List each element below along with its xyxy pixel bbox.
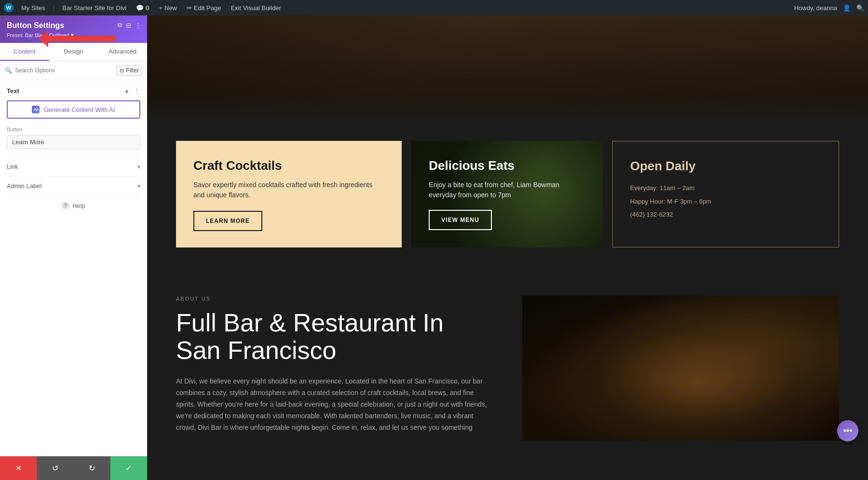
comments-link[interactable]: 💬 0 (134, 4, 151, 12)
tab-content[interactable]: Content (0, 43, 49, 61)
cocktails-card: Craft Cocktails Savor expertly mixed coc… (176, 141, 402, 247)
eats-card-content: Delicious Eats Enjoy a bite to eat from … (411, 141, 602, 247)
separator: | (53, 4, 54, 12)
website-content: Craft Cocktails Savor expertly mixed coc… (147, 15, 868, 480)
hours-line-2: Happy Hour: M-F 3pm – 6pm (630, 197, 821, 206)
about-title: Full Bar & Restaurant In San Francisco (176, 309, 493, 364)
hours-card-title: Open Daily (630, 159, 821, 174)
plus-icon: + (159, 4, 163, 12)
about-text-content: ABOUT US Full Bar & Restaurant In San Fr… (176, 296, 493, 440)
text-label: Text (7, 87, 19, 95)
admin-label-text: Admin Label (7, 182, 41, 190)
preset-label: Preset: Bar Black Outlined (7, 32, 69, 38)
save-icon: ✓ (125, 464, 132, 473)
my-sites-menu[interactable]: My Sites (19, 4, 47, 12)
help-icon: ? (62, 202, 69, 209)
admin-bar: W My Sites | Bar Starter Site for Divi 💬… (0, 0, 868, 15)
text-section-title: Text (7, 87, 19, 95)
button-text-input[interactable] (7, 135, 140, 149)
my-sites-label: My Sites (21, 4, 45, 12)
view-menu-label: VIEW MENU (441, 217, 479, 223)
bottom-action-bar: ✕ ↺ ↻ ✓ (0, 456, 147, 480)
link-section-header[interactable]: Link ▾ (7, 163, 140, 170)
new-label: New (164, 4, 177, 12)
pencil-icon: ✏ (187, 4, 192, 12)
preset-arrow-icon: ▾ (71, 32, 74, 38)
site-name-label: Bar Starter Site for Divi (62, 4, 126, 12)
cancel-icon: ✕ (15, 464, 22, 473)
admin-label-section: Admin Label ▾ (7, 176, 140, 190)
main-layout: Button Settings Preset: Bar Black Outlin… (0, 15, 868, 480)
redo-button[interactable]: ↻ (74, 456, 110, 480)
tab-design[interactable]: Design (49, 43, 98, 61)
learn-more-button[interactable]: LEARN MORE (193, 211, 262, 231)
tab-advanced[interactable]: Advanced (98, 43, 147, 61)
wp-logo-icon[interactable]: W (4, 3, 14, 13)
copy-icon[interactable]: ⧉ (118, 21, 122, 29)
link-label: Link (7, 163, 18, 170)
undo-icon: ↺ (52, 464, 58, 473)
more-icon[interactable]: ⋮ (135, 22, 141, 29)
exit-builder-label: Exit Visual Builder (231, 4, 281, 12)
hours-line-1: Everyday: 11am – 2am (630, 183, 821, 193)
eats-card: Delicious Eats Enjoy a bite to eat from … (411, 141, 602, 247)
admin-bar-right: Howdy, deanna 👤 🔍 (794, 4, 864, 12)
filter-label: Filter (126, 67, 139, 74)
link-chevron-icon: ▾ (137, 164, 140, 170)
comment-count: 0 (146, 4, 149, 12)
eats-card-desc: Enjoy a bite to eat from chef, Liam Bowm… (429, 180, 585, 200)
admin-label-section-header[interactable]: Admin Label ▾ (7, 182, 140, 190)
view-menu-button[interactable]: VIEW MENU (429, 210, 491, 230)
exit-builder-link[interactable]: Exit Visual Builder (229, 4, 283, 12)
comment-icon: 💬 (136, 4, 144, 12)
panel-content: Text ▲ ⋮ AI Generate Content With AI But… (0, 80, 147, 456)
edit-page-label: Edit Page (194, 4, 221, 12)
admin-label-chevron-icon: ▾ (137, 183, 140, 190)
panel-preset: Preset: Bar Black Outlined ▾ (7, 32, 140, 38)
about-section-label: ABOUT US (176, 296, 493, 302)
search-options-input[interactable] (15, 67, 113, 74)
ai-logo-icon: AI (32, 106, 40, 113)
filter-button[interactable]: ⊟ Filter (116, 65, 142, 76)
new-link[interactable]: + New (157, 4, 179, 12)
hours-line-3: (462) 132-6232 (630, 210, 821, 219)
learn-more-label: LEARN MORE (206, 218, 250, 224)
floating-action-button[interactable]: ••• (837, 420, 858, 441)
search-icon: 🔍 (5, 67, 12, 74)
help-section[interactable]: ? Help (7, 195, 140, 215)
hours-card: Open Daily Everyday: 11am – 2am Happy Ho… (612, 141, 839, 247)
panel-header: Button Settings Preset: Bar Black Outlin… (0, 15, 147, 43)
text-section-collapse-icon[interactable]: ▲ (124, 87, 130, 94)
about-section: ABOUT US Full Bar & Restaurant In San Fr… (147, 267, 868, 469)
panel-header-actions: ⧉ ⊟ ⋮ (118, 21, 141, 29)
search-icon[interactable]: 🔍 (856, 4, 864, 12)
cocktails-card-title: Craft Cocktails (193, 158, 384, 173)
text-section-header: Text ▲ ⋮ (7, 87, 140, 95)
cocktails-card-desc: Savor expertly mixed cocktails crafted w… (193, 180, 384, 200)
search-bar: 🔍 ⊟ Filter (0, 61, 147, 80)
redo-icon: ↻ (89, 464, 95, 473)
sidebar-panel: Button Settings Preset: Bar Black Outlin… (0, 15, 147, 480)
filter-icon: ⊟ (120, 68, 124, 74)
about-description: At Divi, we believe every night should b… (176, 376, 493, 433)
user-avatar: 👤 (843, 4, 851, 12)
site-name[interactable]: Bar Starter Site for Divi (60, 4, 128, 12)
ai-generate-button[interactable]: AI Generate Content With AI (7, 100, 140, 119)
ai-generate-label: Generate Content With AI (43, 106, 115, 113)
eats-card-title: Delicious Eats (429, 158, 585, 173)
save-button[interactable]: ✓ (110, 456, 147, 480)
help-label: Help (72, 202, 85, 209)
cancel-button[interactable]: ✕ (0, 456, 37, 480)
fab-icon: ••• (843, 426, 853, 436)
text-section-menu-icon[interactable]: ⋮ (134, 87, 140, 95)
about-image (522, 296, 840, 440)
button-field-label: Button (7, 126, 140, 132)
hero-section (147, 15, 868, 122)
cards-section: Craft Cocktails Savor expertly mixed coc… (147, 122, 868, 267)
greeting-text: Howdy, deanna (794, 4, 837, 12)
edit-page-link[interactable]: ✏ Edit Page (185, 4, 223, 12)
split-icon[interactable]: ⊟ (126, 22, 131, 29)
link-section: Link ▾ (7, 157, 140, 170)
undo-button[interactable]: ↺ (37, 456, 73, 480)
panel-tabs: Content Design Advanced (0, 43, 147, 61)
